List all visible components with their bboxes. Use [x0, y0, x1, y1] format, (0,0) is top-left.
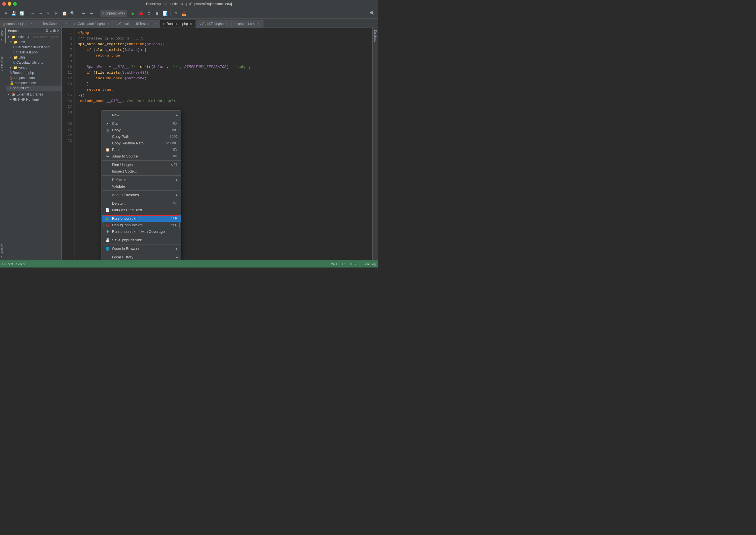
tab-close-calculatorutil[interactable]: ✕ — [106, 22, 110, 26]
project-close-icon[interactable]: ✕ — [57, 29, 60, 33]
debug-btn[interactable]: 🐞 — [138, 10, 144, 17]
tab-close-phpunit[interactable]: ✕ — [257, 22, 260, 26]
menu-label-run-coverage: Run 'phpunit.xml' with Coverage — [112, 229, 165, 234]
lock-icon-composer: 🔒 — [10, 81, 14, 85]
tree-label-bootstrap: Bootstrap.php — [13, 71, 34, 75]
tree-item-phpunit-xml[interactable]: X phpunit.xml — [6, 86, 61, 91]
tab-composer-json[interactable]: {} composer.json ✕ — [0, 20, 36, 28]
menu-item-refactor[interactable]: Refactor — [102, 177, 181, 183]
menu-item-inspect-code[interactable]: Inspect Code... — [102, 168, 181, 175]
tree-item-bootstrap[interactable]: B Bootstrap.php — [6, 70, 61, 75]
project-settings-icon[interactable]: ⊞ — [53, 29, 56, 33]
toolbar-cut-btn[interactable]: ✂ — [45, 10, 52, 17]
panel-label-project[interactable]: 1: Project — [0, 28, 6, 43]
tree-item-external-libs[interactable]: ▼ 📚 External Libraries — [6, 92, 61, 97]
tab-testcase[interactable]: T TestCase.php ✕ — [36, 20, 71, 28]
panel-label-structure[interactable]: 2: Structure — [0, 55, 6, 73]
tab-phpunit[interactable]: X phpunit.xml ✕ — [231, 20, 263, 28]
context-menu: New ✂ Cut ⌘X ⎘ Copy ⌘C Copy Path ⇧⌘C — [101, 110, 181, 260]
menu-item-cut[interactable]: ✂ Cut ⌘X — [102, 120, 181, 127]
menu-item-add-to-favorites[interactable]: Add to Favorites — [102, 192, 181, 198]
menu-item-jump-to-source[interactable]: ↪ Jump to Source ⌘↓ — [102, 153, 181, 159]
tab-bootstrap[interactable]: B Bootstrap.php ✕ — [160, 20, 196, 28]
menu-item-debug-phpunit[interactable]: 🐞 Debug 'phpunit.xml' ^⇧D — [102, 222, 181, 228]
tree-item-composer-json[interactable]: {} composer.json — [6, 75, 61, 80]
tree-item-calculatorutil[interactable]: C CalculatorUtil.php — [6, 60, 61, 65]
tab-calculatorutil[interactable]: C CalculatorUtil.php ✕ — [71, 20, 113, 28]
toolbar-sync-btn[interactable]: 🔄 — [18, 10, 25, 17]
tab-label-stacktest: StackTest.php — [202, 22, 224, 26]
menu-item-run-coverage[interactable]: ⚙ Run 'phpunit.xml' with Coverage — [102, 228, 181, 235]
tree-label-phpunit-xml: phpunit.xml — [13, 86, 30, 90]
tab-stacktest[interactable]: S StackTest.php ✕ — [196, 20, 231, 28]
vcs-btn[interactable]: 📤 — [180, 10, 187, 17]
menu-item-local-history[interactable]: Local History — [102, 254, 181, 260]
status-server: PHP-CGI Server — [2, 262, 25, 266]
toolbar-nav-fwd[interactable]: ➡ — [88, 10, 95, 17]
menu-item-copy[interactable]: ⎘ Copy ⌘C — [102, 127, 181, 133]
help-btn[interactable]: ? — [173, 10, 179, 17]
right-sidebar-label-database[interactable]: Database — [374, 30, 377, 42]
toolbar-save-btn[interactable]: 💾 — [10, 10, 17, 17]
profile-btn[interactable]: 📊 — [161, 10, 168, 17]
status-encoding: UTF-8: — [348, 262, 358, 266]
toolbar-forward-btn[interactable]: → — [37, 10, 44, 17]
tab-close-calculatorutiltest[interactable]: ✕ — [154, 22, 157, 26]
menu-item-mark-plain-text[interactable]: 📄 Mark as Plain Text — [102, 207, 181, 213]
tree-item-test[interactable]: ▼ 📁 Test — [6, 40, 61, 44]
tab-calculatorutiltest[interactable]: C CalculatorUtilTest.php ✕ — [113, 20, 161, 28]
menu-item-save-phpunit[interactable]: 💾 Save 'phpunit.xml' — [102, 237, 181, 243]
traffic-lights[interactable] — [2, 2, 17, 6]
run-phpunit-icon: ▶ — [105, 217, 110, 221]
tree-arrow-phpruntime: ▶ — [10, 98, 12, 101]
status-event-log[interactable]: Event Log — [362, 262, 376, 266]
lib-icon-external: 📚 — [12, 92, 15, 97]
stop-btn[interactable]: ⏹ — [153, 10, 160, 17]
tab-close-bootstrap[interactable]: ✕ — [189, 22, 193, 26]
menu-item-delete[interactable]: Delete... ⌫ — [102, 200, 181, 207]
project-gear-icon[interactable]: ⚙ — [45, 29, 49, 33]
coverage-btn[interactable]: ⚙ — [146, 10, 152, 17]
search-everywhere-btn[interactable]: 🔍 — [369, 10, 376, 17]
menu-item-open-browser[interactable]: 🌐 Open in Browser — [102, 245, 181, 252]
menu-item-copy-relative-path[interactable]: Copy Relative Path ⌥⇧⌘C — [102, 140, 181, 146]
menu-item-validate[interactable]: Validate — [102, 183, 181, 190]
panel-label-favorites[interactable]: 2: Favorites — [0, 242, 6, 260]
tree-item-composer-lock[interactable]: 🔒 composer.lock — [6, 80, 61, 86]
menu-item-copy-path[interactable]: Copy Path ⇧⌘C — [102, 133, 181, 140]
code-line-10: if (class_exists($class)) { — [78, 47, 369, 53]
tree-item-stacktest[interactable]: S StackTest.php — [6, 50, 61, 55]
menu-sep-7 — [102, 236, 181, 236]
close-button[interactable] — [2, 2, 6, 6]
tree-item-utils[interactable]: ▼ 📁 Utils — [6, 55, 61, 60]
run-config-selector[interactable]: X phpunit.xml ▾ — [100, 10, 127, 17]
run-btn[interactable]: ▶ — [130, 10, 136, 17]
tree-item-php-runtime[interactable]: ▶ 🐘 PHP Runtime — [6, 97, 61, 102]
open-browser-icon: 🌐 — [105, 247, 110, 251]
tab-close-stacktest[interactable]: ✕ — [225, 22, 229, 26]
tab-close-testcase[interactable]: ✕ — [65, 22, 68, 26]
project-collapse-icon[interactable]: ≡ — [50, 29, 52, 33]
toolbar-menu-btn[interactable]: ≡ — [2, 10, 9, 17]
toolbar-paste-btn[interactable]: 📋 — [61, 10, 68, 17]
toolbar-copy-btn[interactable]: ⎘ — [53, 10, 60, 17]
menu-item-run-phpunit[interactable]: ▶ Run 'phpunit.xml' ^⇧R — [102, 215, 181, 222]
folder-icon-vendor: 📁 — [13, 66, 17, 70]
menu-item-new[interactable]: New — [102, 112, 181, 118]
tree-item-vendor[interactable]: ▶ 📁 vendor — [6, 65, 61, 70]
toolbar-back-btn[interactable]: ← — [29, 10, 36, 17]
tree-item-untitled4[interactable]: ▼ 📁 untitled4 ~/PhpstormProjects/untitle… — [6, 34, 61, 40]
tree-item-calculatorutiltest[interactable]: C CalculatorUtilTest.php — [6, 44, 61, 50]
run-config-icon: X — [102, 12, 104, 15]
maximize-button[interactable] — [13, 2, 17, 6]
tab-close-composer[interactable]: ✕ — [30, 22, 33, 26]
minimize-button[interactable] — [8, 2, 12, 6]
debug-phpunit-shortcut: ^⇧D — [171, 223, 177, 227]
menu-item-find-usages[interactable]: Find Usages ⌥F7 — [102, 161, 181, 168]
menu-label-add-to-favorites: Add to Favorites — [112, 193, 139, 197]
toolbar-find-btn[interactable]: 🔍 — [69, 10, 76, 17]
copy-path-shortcut: ⇧⌘C — [169, 135, 177, 138]
toolbar-nav-back[interactable]: ⬅ — [80, 10, 87, 17]
window-title: Bootstrap.php - untitled4 - [~/PhpstormP… — [146, 2, 232, 6]
menu-item-paste[interactable]: 📋 Paste ⌘V — [102, 146, 181, 153]
